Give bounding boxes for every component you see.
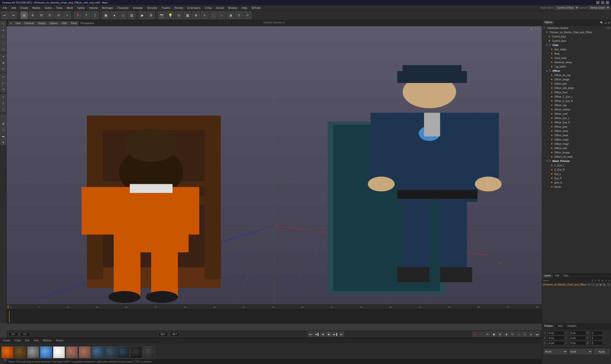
render-view[interactable]: ▶ — [138, 12, 146, 19]
tree-item-officer-c-eye-l[interactable]: ▲ Officer_C_Eye_L — [542, 94, 611, 99]
material-hands-s[interactable]: hands_S — [66, 346, 78, 361]
y-axis-btn[interactable]: Y — [83, 12, 90, 19]
menu-tools[interactable]: Tools — [54, 6, 64, 10]
bookmark-icon[interactable]: ⊞ — [608, 21, 610, 24]
rotate2-tool[interactable]: ↺ — [55, 12, 62, 19]
layer-a-btn[interactable]: A — [607, 283, 610, 286]
layer-v-btn[interactable]: ○ — [591, 283, 595, 286]
render-settings[interactable]: ⚙ — [147, 12, 155, 19]
bottom-menu-create[interactable]: Create — [1, 339, 12, 342]
tree-item-control-keys[interactable]: ▲ Control_keys — [542, 34, 611, 39]
add-tool[interactable]: + — [63, 12, 71, 19]
menu-help[interactable]: Help — [240, 6, 249, 10]
btn-goto-end[interactable]: ⏭ — [339, 332, 344, 337]
minimize-button[interactable]: — — [596, 1, 599, 4]
btn-mode8[interactable]: ▬ — [535, 332, 540, 337]
tree-item-arm-belths[interactable]: ▲ Arm_belths — [542, 47, 611, 52]
tool-lasso[interactable]: ◌ — [0, 39, 6, 45]
tree-item-electrical-wiring[interactable]: ▲ Electrical_wiring — [542, 60, 611, 65]
material-eye-ins[interactable]: eye_ins — [40, 346, 52, 361]
tree-item-officer-badge[interactable]: ▲ Officer_badge — [542, 77, 611, 82]
camera-btn[interactable]: 📷 — [158, 12, 165, 19]
edge-mode[interactable]: ◇ — [119, 12, 127, 19]
tree-item-leg-belths[interactable]: ▲ Leg_belths — [542, 65, 611, 69]
move-tool[interactable]: ✛ — [29, 12, 37, 19]
coord-b-val[interactable] — [591, 341, 603, 345]
menu-window[interactable]: Window — [226, 6, 239, 10]
menu-create[interactable]: Create — [18, 6, 30, 10]
menu-spline[interactable]: Spline — [75, 6, 87, 10]
viewport[interactable]: ≡ View Cameras Display Options Filter Pa… — [7, 20, 542, 324]
viewport-options-btn[interactable]: Options — [48, 21, 59, 25]
btn-mode1[interactable]: ▣ — [491, 332, 496, 337]
viewport-icon2[interactable]: ↗ — [534, 27, 536, 30]
tree-item-officer-c-eye-r[interactable]: ▲ Officer_C_Eye_R — [542, 99, 611, 103]
floor-btn[interactable]: ⬛ — [209, 12, 217, 19]
coord-x-pos[interactable] — [548, 331, 564, 335]
bottom-menu-edit[interactable]: Edit — [23, 339, 31, 342]
material-solid-ri[interactable]: Solid_Ri — [143, 346, 155, 361]
menu-character[interactable]: Character — [115, 6, 131, 10]
viewport-view-btn[interactable]: View — [14, 21, 22, 25]
polygon-mode[interactable]: ▤ — [128, 12, 135, 19]
tool-polygon[interactable]: △ — [0, 46, 6, 52]
tool-pointer[interactable]: ↖ — [0, 21, 6, 27]
undo-button[interactable]: ↩ — [1, 12, 9, 19]
tree-item-officer-eye-r[interactable]: ▲ Officer_Eye_R — [542, 120, 611, 125]
search-icon[interactable]: 🔍 — [600, 21, 603, 24]
material-head-ss[interactable]: head_SS — [79, 346, 91, 361]
tab-edit-layers[interactable]: Edit — [553, 273, 561, 279]
menu-extensions[interactable]: Extensions — [186, 6, 202, 10]
end-frame-input[interactable] — [158, 332, 168, 336]
btn-next-frame[interactable]: ▶▐ — [333, 332, 338, 337]
viewport-icon3[interactable]: ⊙ — [537, 27, 539, 30]
tree-item-chair-base[interactable]: ▲ Chair_base — [542, 56, 611, 60]
chair-expand-icon[interactable]: ▼ — [546, 44, 548, 47]
tree-item-officer-belt-detail[interactable]: ▲ Officer_belt_detail — [542, 86, 611, 90]
tree-item-officer-belt[interactable]: ▲ Officer_belt — [542, 82, 611, 86]
coord-z-rot[interactable] — [569, 341, 586, 345]
btn-mode6[interactable]: ⬡ — [522, 332, 528, 337]
coord-y-rot[interactable] — [569, 336, 586, 340]
close-button[interactable]: ✕ — [606, 1, 609, 4]
tool-bend[interactable]: ⌒ — [0, 115, 6, 120]
tree-item-officer-cord[interactable]: ▲ Officer_cord — [542, 112, 611, 116]
coord-tab-position[interactable]: Position — [542, 324, 556, 329]
layer-r-btn[interactable]: ◑ — [595, 283, 598, 286]
menu-mesh[interactable]: Mesh — [65, 6, 75, 10]
tool-s2[interactable]: S — [0, 100, 6, 106]
tree-item-officer-head[interactable]: ▲ Officer_head — [542, 133, 611, 137]
tool-sphere[interactable]: ⬡ — [0, 127, 6, 133]
btn-mode3[interactable]: ◑ — [503, 332, 509, 337]
tree-item-back[interactable]: ▲ Back — [542, 52, 611, 56]
material-solid-le[interactable]: Solid_Le — [130, 346, 142, 361]
vray-p-btn[interactable]: P — [244, 12, 251, 19]
apply-button[interactable]: Apply — [594, 349, 609, 354]
tool-loop[interactable]: ⟲ — [0, 86, 6, 92]
btn-prev-frame[interactable]: ◀ — [320, 332, 326, 337]
tree-item-c-eye-l[interactable]: ▲ C_Eye_L — [542, 163, 611, 168]
redo-button[interactable]: ↪ — [10, 12, 17, 19]
menu-vray[interactable]: V-Ray — [203, 6, 214, 10]
node-space-dropdown[interactable]: Current (V-Ray) — [555, 6, 579, 10]
tree-item-officer-gum[interactable]: ▲ Officer_gum — [542, 125, 611, 129]
point-mode[interactable]: ● — [110, 12, 118, 19]
layer-l-btn[interactable]: ▶ — [603, 283, 606, 286]
obj-vis-btn[interactable]: ● — [607, 27, 608, 29]
btn-mode4[interactable]: ⊙ — [510, 332, 515, 337]
tool-move[interactable]: ✛ — [0, 54, 6, 59]
tool-grid[interactable]: ⊞ — [0, 121, 6, 126]
tree-item-chair[interactable]: ▼ ⬡ Chair — [542, 43, 611, 47]
expand-icon[interactable]: ⊞ — [530, 27, 533, 30]
material-police-o2[interactable]: Police_O — [105, 346, 117, 361]
menu-arnold[interactable]: Arnold — [214, 6, 226, 10]
rotate-tool[interactable]: ↻ — [46, 12, 54, 19]
material-eye-out[interactable]: eye_out — [53, 346, 65, 361]
btn-loop[interactable]: ⟳ — [485, 332, 490, 337]
tool-s3[interactable]: S — [0, 107, 6, 112]
tree-item-officer-cap[interactable]: ▲ Officer_cap — [542, 103, 611, 107]
tree-item-prisoner-root[interactable]: ⊙ Prisoner_on_Electric_Chair_and_Officer — [542, 30, 611, 34]
btn-record[interactable]: ⏺ — [473, 332, 478, 337]
coord-y-pos[interactable] — [548, 336, 564, 340]
coord-h-val[interactable] — [591, 331, 603, 335]
